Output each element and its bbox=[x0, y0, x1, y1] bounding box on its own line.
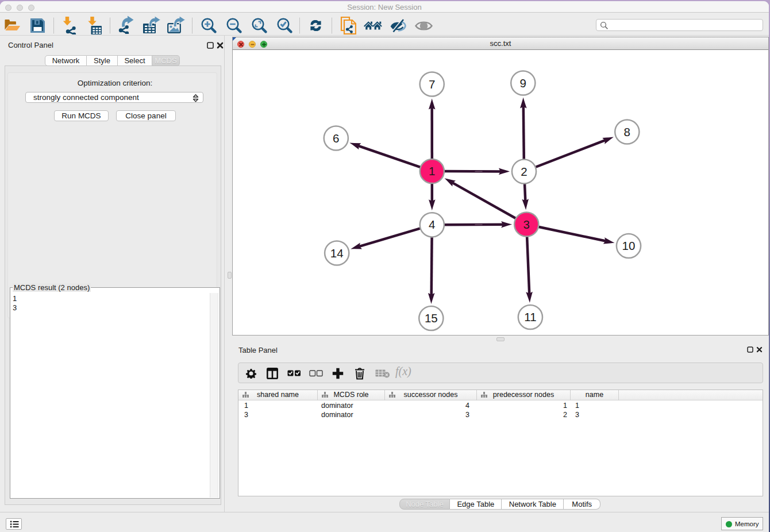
svg-text:1: 1 bbox=[429, 164, 435, 178]
svg-text:7: 7 bbox=[429, 78, 435, 91]
svg-text:6: 6 bbox=[333, 132, 339, 145]
svg-text:4: 4 bbox=[429, 218, 435, 231]
svg-text:8: 8 bbox=[624, 125, 630, 138]
svg-text:3: 3 bbox=[523, 218, 529, 231]
svg-text:11: 11 bbox=[524, 310, 536, 323]
svg-text:9: 9 bbox=[520, 76, 526, 90]
svg-text:2: 2 bbox=[521, 165, 527, 178]
svg-text:15: 15 bbox=[425, 311, 438, 325]
svg-text:10: 10 bbox=[622, 239, 636, 252]
svg-text:14: 14 bbox=[330, 246, 344, 260]
